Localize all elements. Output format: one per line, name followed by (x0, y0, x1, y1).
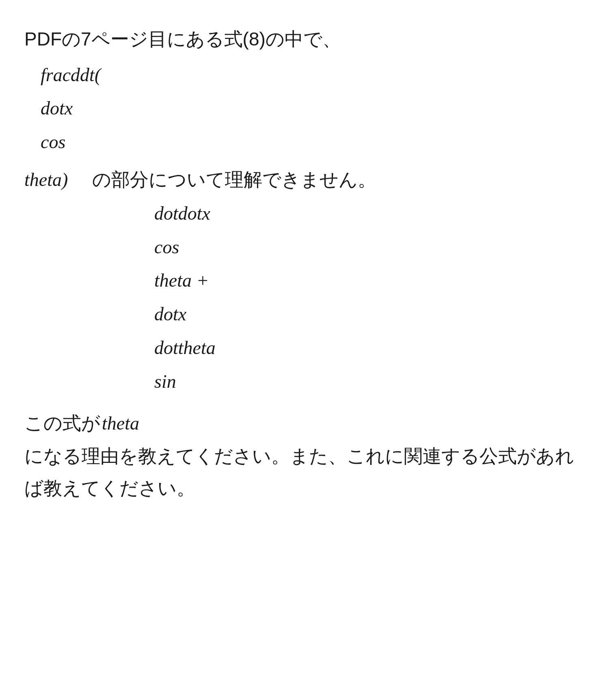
sub-line-1: dotdotx (154, 197, 585, 231)
page-content: PDFの7ページ目にある式(8)の中で、 fracddt( dotx cos t… (24, 24, 585, 504)
math-block: fracddt( dotx cos (41, 58, 585, 159)
conclusion-math-term: theta (102, 407, 139, 441)
math-line-1: fracddt( (41, 58, 585, 92)
theta-line: theta) の部分について理解できません。 (24, 163, 585, 197)
sub-line-3: theta + (154, 264, 585, 298)
conclusion-prefix: この式が (24, 407, 100, 439)
conclusion-paragraph: この式がthetaになる理由を教えてください。また、これに関連する公式があれば教… (24, 407, 585, 504)
conclusion-suffix: になる理由を教えてください。また、これに関連する公式があれば教えてください。 (24, 440, 585, 503)
sub-math-lines: dotdotx cos theta + dotx dottheta sin (154, 197, 585, 399)
math-line-3: cos (41, 125, 585, 159)
sub-line-5: dottheta (154, 331, 585, 365)
theta-suffix: の部分について理解できません。 (92, 167, 376, 192)
intro-line: PDFの7ページ目にある式(8)の中で、 (24, 24, 585, 54)
sub-line-6: sin (154, 365, 585, 399)
sub-line-2: cos (154, 231, 585, 264)
math-line-2: dotx (41, 92, 585, 125)
theta-term: theta) (24, 163, 68, 197)
sub-line-4: dotx (154, 298, 585, 331)
